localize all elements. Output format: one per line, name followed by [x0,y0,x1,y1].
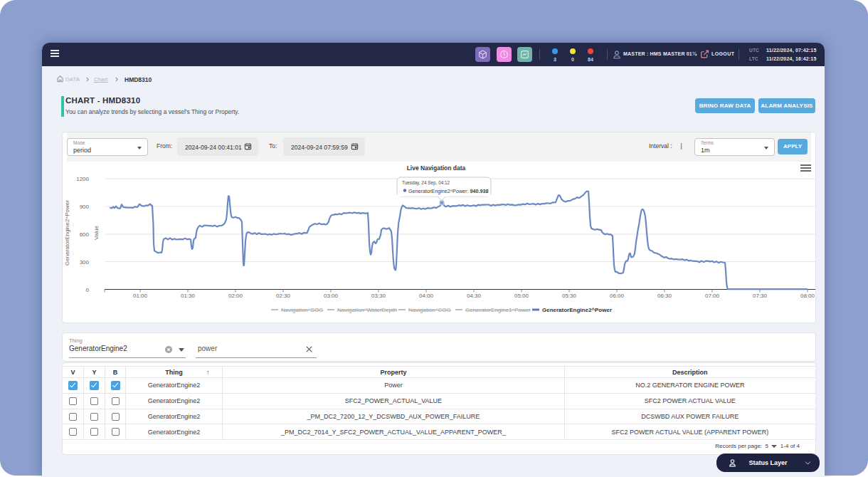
svg-text:02:00: 02:00 [228,293,243,299]
svg-text:04:30: 04:30 [467,293,482,299]
svg-text:0: 0 [86,287,90,293]
svg-text:GeneratorEngine2^Power: 940.93: GeneratorEngine2^Power: 940.938 [408,188,488,194]
svg-text:02:30: 02:30 [276,293,291,299]
svg-text:GeneratorEngine1^Power: GeneratorEngine1^Power [465,307,531,313]
svg-text:04:00: 04:00 [419,293,434,299]
svg-text:900: 900 [80,204,90,210]
svg-text:600: 600 [80,231,90,238]
svg-text:GeneratorEngine2^Power: GeneratorEngine2^Power [64,200,70,266]
svg-text:08:00: 08:00 [800,293,815,299]
svg-text:07:30: 07:30 [753,293,768,299]
svg-text:Navigation^SOG: Navigation^SOG [281,307,323,313]
svg-text:05:00: 05:00 [514,293,529,299]
svg-text:300: 300 [80,259,90,266]
svg-text:Tuesday, 24 Sep, 04:12: Tuesday, 24 Sep, 04:12 [402,180,450,186]
svg-text:GeneratorEngine2^Power: GeneratorEngine2^Power [542,307,612,313]
svg-text:01:00: 01:00 [133,293,148,299]
svg-text:Live Navigation data: Live Navigation data [407,164,466,172]
svg-text:Value: Value [93,226,100,240]
svg-text:06:00: 06:00 [610,293,625,299]
svg-text:03:30: 03:30 [371,293,386,299]
svg-text:Navigation^COG: Navigation^COG [408,307,451,313]
svg-text:03:00: 03:00 [324,293,339,299]
svg-text:06:30: 06:30 [657,293,672,299]
svg-text:1200: 1200 [76,176,89,182]
svg-text:05:30: 05:30 [562,293,577,299]
svg-text:07:00: 07:00 [705,293,720,299]
svg-text:01:30: 01:30 [181,293,196,299]
svg-text:Navigation^WaterDepth: Navigation^WaterDepth [337,307,397,313]
